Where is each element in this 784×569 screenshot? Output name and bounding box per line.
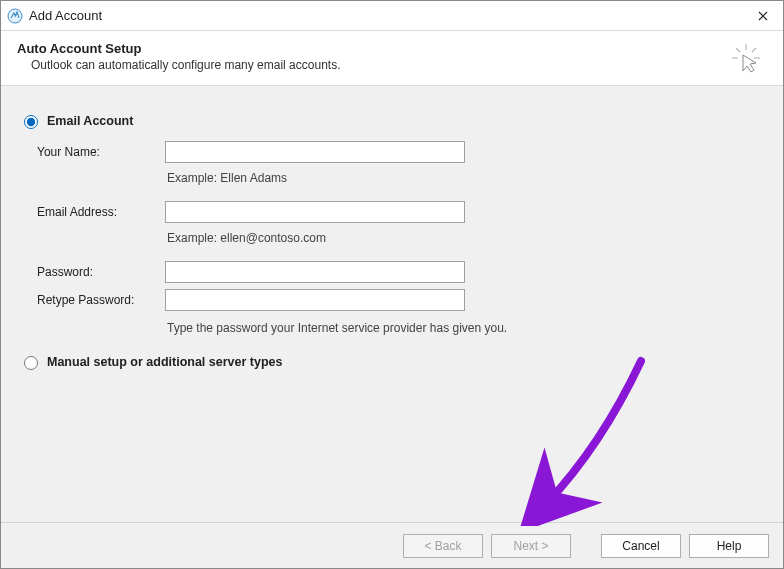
header-panel: Auto Account Setup Outlook can automatic… [1, 31, 783, 86]
footer-buttons: < Back Next > Cancel Help [1, 522, 783, 568]
content-area: Email Account Your Name: Example: Ellen … [1, 86, 783, 522]
manual-setup-option[interactable]: Manual setup or additional server types [19, 353, 765, 370]
cancel-button[interactable]: Cancel [601, 534, 681, 558]
retype-password-input[interactable] [165, 289, 465, 311]
manual-setup-label: Manual setup or additional server types [47, 355, 282, 369]
help-button[interactable]: Help [689, 534, 769, 558]
titlebar: Add Account [1, 1, 783, 31]
header-title: Auto Account Setup [17, 41, 341, 56]
email-address-label: Email Address: [37, 205, 157, 219]
email-address-input[interactable] [165, 201, 465, 223]
outlook-icon [7, 8, 23, 24]
close-icon [758, 11, 768, 21]
email-account-form: Your Name: Example: Ellen Adams Email Ad… [37, 141, 765, 335]
your-name-input[interactable] [165, 141, 465, 163]
back-button[interactable]: < Back [403, 534, 483, 558]
password-hint: Type the password your Internet service … [165, 317, 465, 335]
header-subtitle: Outlook can automatically configure many… [31, 58, 341, 72]
email-account-radio[interactable] [24, 115, 38, 129]
header-texts: Auto Account Setup Outlook can automatic… [17, 41, 341, 72]
cursor-click-icon [731, 43, 761, 73]
retype-password-label: Retype Password: [37, 293, 157, 307]
svg-line-4 [736, 48, 740, 52]
titlebar-left: Add Account [7, 8, 102, 24]
close-button[interactable] [743, 1, 783, 31]
your-name-label: Your Name: [37, 145, 157, 159]
add-account-window: Add Account Auto Account Setup Outlook c… [0, 0, 784, 569]
your-name-hint: Example: Ellen Adams [165, 169, 465, 195]
window-title: Add Account [29, 8, 102, 23]
titlebar-right [743, 1, 783, 31]
manual-setup-radio[interactable] [24, 356, 38, 370]
svg-line-5 [752, 48, 756, 52]
email-account-label: Email Account [47, 114, 133, 128]
email-account-option[interactable]: Email Account [19, 112, 765, 129]
password-input[interactable] [165, 261, 465, 283]
email-address-hint: Example: ellen@contoso.com [165, 229, 465, 255]
next-button[interactable]: Next > [491, 534, 571, 558]
password-label: Password: [37, 265, 157, 279]
